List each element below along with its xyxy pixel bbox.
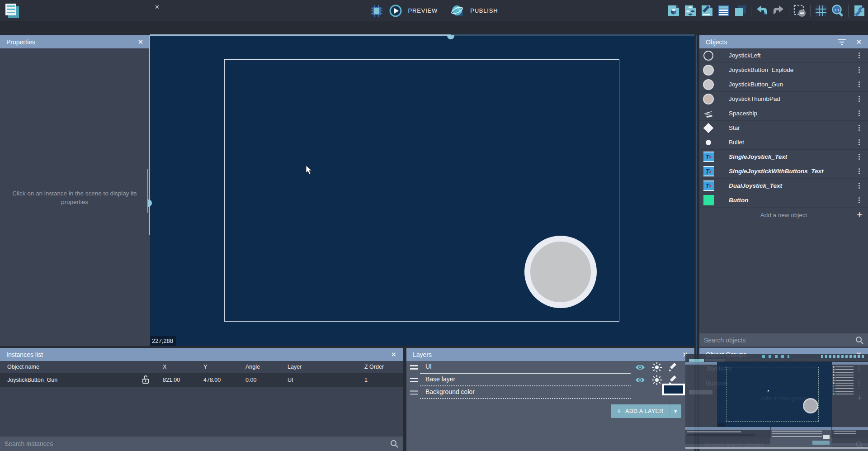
object-thumbnail-icon (703, 108, 714, 119)
panel-divider[interactable] (149, 235, 150, 346)
object-menu-icon[interactable] (859, 81, 860, 83)
object-name: JoystickThumbPad (729, 95, 780, 102)
publish-button[interactable]: PUBLISH (470, 7, 498, 14)
objects-panel-icon[interactable] (667, 5, 680, 17)
delete-selection-icon[interactable] (793, 5, 806, 17)
object-thumbnail-icon (703, 123, 714, 133)
object-list-item[interactable]: JoystickButton_Explode (699, 63, 868, 77)
close-icon[interactable]: ✕ (137, 38, 143, 46)
layers-panel-icon[interactable] (734, 5, 747, 17)
object-thumbnail-icon: Tx (703, 180, 714, 191)
object-list-item[interactable]: Star (699, 121, 868, 135)
close-tab-icon[interactable]: ✕ (69, 4, 74, 10)
object-list-item[interactable]: JoystickThumbPad (699, 92, 868, 106)
search-objects-bar (699, 333, 868, 347)
screen-preview-overlay (685, 354, 868, 449)
object-list-item[interactable]: Tx SingleJoystickWithButtons_Text (699, 164, 868, 179)
mini-objects-panel (832, 362, 868, 427)
search-instances-bar (0, 437, 403, 451)
instances-rows: JoystickButton_Gun 821.00 478.00 0.00 UI… (0, 373, 403, 387)
layer-row[interactable]: Base layer (406, 374, 694, 386)
object-list-item[interactable]: Tx DualJoystick_Text (699, 179, 868, 193)
undo-icon[interactable] (755, 5, 768, 17)
layer-row[interactable]: UI (406, 361, 694, 374)
search-objects-input[interactable] (704, 337, 855, 344)
instances-panel-header: Instances list ✕ (0, 348, 403, 361)
layer-effects-icon[interactable] (651, 362, 662, 373)
drag-handle-icon[interactable] (410, 365, 418, 370)
chevron-down-icon[interactable]: ▼ (670, 404, 681, 418)
object-list-item[interactable]: JoystickLeft (699, 48, 868, 63)
debugger-icon[interactable] (370, 5, 383, 17)
object-menu-icon[interactable] (859, 125, 860, 126)
close-tab-icon[interactable]: ✕ (155, 4, 160, 10)
object-thumbnail-icon (703, 137, 714, 148)
objects-list: JoystickLeft JoystickButton_Explode Joys… (699, 48, 868, 208)
background-color-swatch[interactable] (662, 384, 685, 395)
visibility-eye-icon[interactable] (635, 375, 646, 385)
redo-icon[interactable] (772, 5, 785, 17)
object-menu-icon[interactable] (859, 183, 860, 184)
background-color-row[interactable]: Background color (406, 386, 694, 399)
edit-pencil-icon[interactable] (668, 362, 678, 372)
object-thumbnail-icon (703, 195, 714, 206)
instances-list-panel-icon[interactable] (717, 5, 730, 17)
object-thumbnail-icon (703, 79, 714, 90)
preview-button[interactable]: PREVIEW (408, 7, 438, 14)
drag-handle-icon[interactable] (410, 378, 418, 382)
unlock-icon[interactable] (142, 375, 149, 384)
object-list-item[interactable]: Button (699, 193, 868, 208)
object-name: JoystickButton_Gun (729, 81, 783, 88)
object-menu-icon[interactable] (859, 110, 860, 112)
joystick-button-gun-instance[interactable] (524, 236, 597, 308)
instance-row[interactable]: JoystickButton_Gun 821.00 478.00 0.00 UI… (0, 373, 403, 387)
layers-panel-header: Layers ✕ (406, 348, 694, 361)
object-list-item[interactable]: Bullet (699, 135, 868, 150)
zoom-1-1-icon[interactable]: 1:1 (831, 5, 844, 17)
plus-icon[interactable]: + (857, 210, 863, 219)
object-name: Button (729, 197, 748, 204)
layer-effects-icon[interactable] (651, 375, 662, 385)
settings-wrench-icon[interactable] (853, 5, 865, 17)
publish-planet-icon[interactable] (451, 5, 464, 17)
panel-divider[interactable] (150, 34, 451, 36)
scene-canvas[interactable]: 227;288 (150, 35, 694, 346)
grid-icon[interactable] (815, 5, 827, 17)
object-menu-icon[interactable] (859, 168, 860, 170)
svg-text:1:1: 1:1 (834, 8, 840, 12)
object-list-item[interactable]: JoystickButton_Gun (699, 77, 868, 92)
instances-list-panel: Instances list ✕ Object name X Y Angle L… (0, 348, 403, 451)
object-menu-icon[interactable] (859, 139, 860, 141)
object-list-item[interactable]: Tx SingleJoystick_Text (699, 150, 868, 164)
search-instances-input[interactable] (5, 440, 390, 447)
properties-panel-icon[interactable] (701, 5, 713, 17)
close-icon[interactable]: ✕ (391, 351, 396, 359)
search-icon (390, 440, 398, 448)
properties-panel-title: Properties (6, 38, 35, 46)
object-menu-icon[interactable] (859, 154, 860, 155)
mini-canvas (717, 362, 832, 427)
object-menu-icon[interactable] (859, 52, 860, 54)
objects-panel-header: Objects ✕ (699, 35, 868, 48)
filter-icon[interactable] (838, 39, 846, 45)
object-menu-icon[interactable] (859, 96, 860, 97)
object-list-item[interactable]: Spaceship (699, 106, 868, 121)
object-thumbnail-icon (703, 65, 714, 76)
toolbar-right: 1:1 (667, 0, 865, 21)
mini-properties (685, 362, 717, 427)
layers-rows: UI Base layer (406, 361, 694, 386)
object-menu-icon[interactable] (859, 197, 860, 199)
close-icon[interactable]: ✕ (856, 38, 862, 46)
drag-handle-icon[interactable] (410, 390, 418, 395)
object-groups-icon[interactable] (684, 5, 697, 17)
cursor-coordinates: 227;288 (150, 336, 176, 346)
visibility-eye-icon[interactable] (635, 362, 646, 373)
add-layer-button[interactable]: + ADD A LAYER ▼ (611, 404, 681, 418)
object-name: JoystickButton_Explode (729, 66, 793, 73)
add-object-row[interactable]: Add a new object + (699, 208, 868, 222)
panel-divider[interactable] (451, 34, 694, 36)
preview-play-icon[interactable] (389, 5, 402, 17)
object-menu-icon[interactable] (859, 67, 860, 68)
properties-empty-hint: Click on an instance in the scene to dis… (10, 189, 139, 206)
properties-panel-header: Properties ✕ (0, 35, 150, 48)
